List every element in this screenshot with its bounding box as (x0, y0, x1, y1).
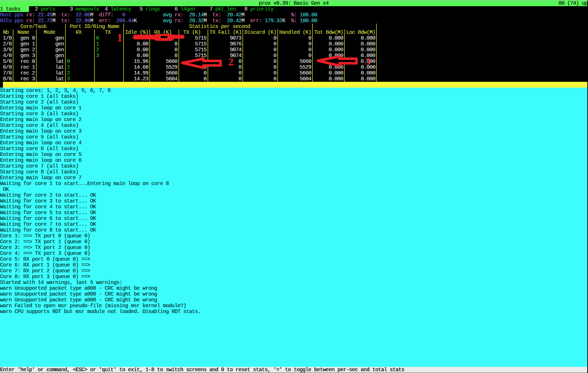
svg-text:1: 1 (117, 31, 122, 44)
svg-text:2: 2 (228, 56, 233, 68)
svg-text:3: 3 (365, 56, 370, 67)
